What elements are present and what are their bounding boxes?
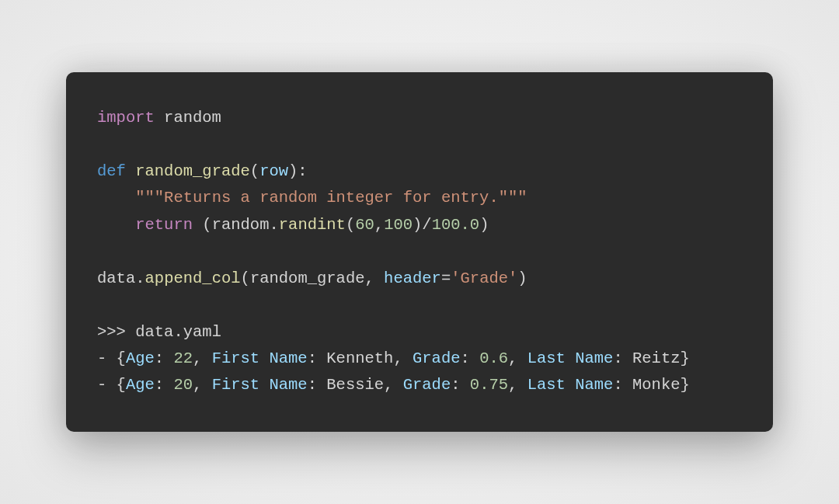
kw-def: def: [97, 162, 126, 180]
arg-random-grade: random_grade: [250, 269, 365, 287]
kwarg-header: header: [384, 269, 441, 287]
dot: .: [173, 323, 183, 341]
num-100: 100: [384, 216, 413, 234]
yaml-val-firstname: Kenneth: [326, 349, 393, 367]
paren-close: ): [517, 269, 527, 287]
yaml-val-firstname: Bessie: [326, 376, 384, 394]
yaml-val-lastname: Reitz: [632, 349, 681, 367]
equals: =: [441, 269, 451, 287]
yaml-key-lastname: Last Name: [527, 376, 614, 394]
comma: ,: [193, 349, 212, 367]
kw-return: return: [135, 216, 193, 234]
paren-open: (: [202, 216, 211, 234]
yaml-val-age: 22: [173, 349, 193, 367]
func-append-col: append_col: [145, 269, 241, 287]
comma: ,: [508, 376, 527, 394]
num-100f: 100.0: [432, 216, 480, 234]
paren-close: ): [479, 216, 489, 234]
docstring: """Returns a random integer for entry.""…: [135, 189, 527, 207]
code-block: import random def random_grade(row): """…: [66, 72, 773, 432]
dot: .: [135, 269, 144, 287]
yaml-key-firstname: First Name: [212, 349, 308, 367]
colon: :: [155, 376, 174, 394]
ident-data: data: [135, 323, 173, 341]
yaml-row-open: - {: [97, 376, 126, 394]
yaml-val-age: 20: [173, 376, 193, 394]
paren-open: (: [250, 162, 259, 180]
mod-random: random: [155, 109, 221, 127]
colon: :: [613, 349, 632, 367]
space: [193, 216, 202, 234]
comma: ,: [365, 269, 385, 287]
param-row: row: [259, 162, 288, 180]
str-grade: 'Grade': [451, 269, 517, 287]
ident-random: random: [212, 216, 270, 234]
yaml-key-age: Age: [126, 376, 155, 394]
func-name: random_grade: [135, 162, 250, 180]
stage: import random def random_grade(row): """…: [0, 0, 839, 504]
num-60: 60: [355, 216, 374, 234]
comma: ,: [508, 349, 527, 367]
repl-prompt: >>>: [97, 323, 135, 341]
yaml-key-lastname: Last Name: [527, 349, 614, 367]
dot: .: [269, 216, 278, 234]
yaml-key-grade: Grade: [413, 349, 461, 367]
comma: ,: [374, 216, 384, 234]
yaml-row-open: - {: [97, 349, 126, 367]
colon: :: [613, 376, 632, 394]
space: [126, 162, 135, 180]
comma: ,: [193, 376, 212, 394]
colon: :: [155, 349, 174, 367]
colon: :: [308, 376, 327, 394]
colon: :: [308, 349, 327, 367]
colon: :: [461, 349, 480, 367]
kw-import: import: [97, 109, 155, 127]
paren-open: (: [241, 269, 250, 287]
comma: ,: [384, 376, 403, 394]
attr-yaml: yaml: [183, 323, 221, 341]
yaml-row-close: }: [681, 349, 690, 367]
paren-close: ):: [288, 162, 308, 180]
yaml-val-lastname: Monke: [632, 376, 681, 394]
yaml-row-close: }: [681, 376, 690, 394]
yaml-key-firstname: First Name: [212, 376, 308, 394]
indent: [97, 216, 135, 234]
yaml-val-grade: 0.75: [470, 376, 508, 394]
yaml-val-grade: 0.6: [479, 349, 508, 367]
yaml-key-age: Age: [126, 349, 155, 367]
func-randint: randint: [279, 216, 346, 234]
paren-close-div: )/: [413, 216, 432, 234]
paren-open: (: [346, 216, 355, 234]
comma: ,: [393, 349, 413, 367]
yaml-key-grade: Grade: [403, 376, 451, 394]
colon: :: [451, 376, 470, 394]
ident-data: data: [97, 269, 135, 287]
indent: [97, 189, 135, 207]
